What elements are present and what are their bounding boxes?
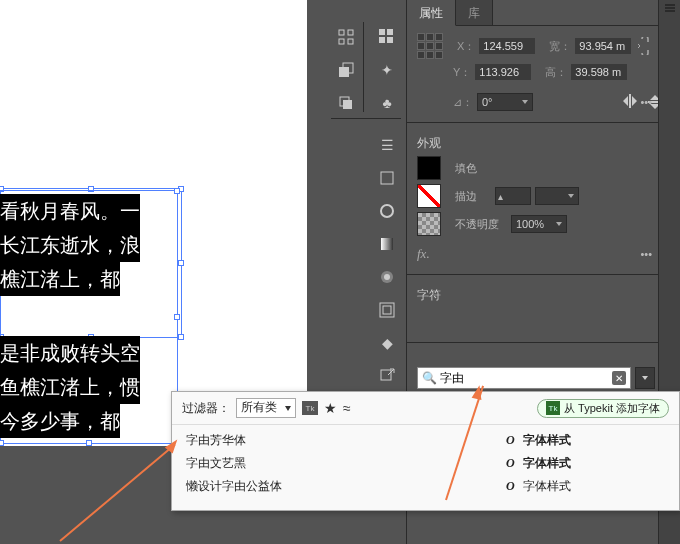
pathfinder-icon[interactable] bbox=[331, 55, 361, 85]
typekit-badge-icon[interactable]: Tk bbox=[302, 401, 318, 415]
reference-point-grid[interactable] bbox=[417, 33, 443, 59]
circle-icon[interactable] bbox=[372, 196, 402, 226]
h-field[interactable] bbox=[571, 64, 627, 80]
add-from-typekit-button[interactable]: Tk 从 Typekit 添加字体 bbox=[537, 399, 669, 418]
typekit-icon: Tk bbox=[546, 401, 560, 415]
character-title: 字符 bbox=[417, 283, 670, 308]
handle-icon[interactable]: ☰ bbox=[372, 130, 402, 160]
text-line[interactable]: 樵江渚上，都 bbox=[0, 262, 120, 296]
opacity-swatch[interactable] bbox=[417, 212, 441, 236]
text-line[interactable]: 长江东逝水，浪 bbox=[0, 228, 140, 262]
svg-rect-12 bbox=[381, 172, 393, 184]
dock-column-left bbox=[331, 22, 361, 121]
stroke-width-stepper[interactable]: ▴ bbox=[495, 187, 531, 205]
font-search-input[interactable] bbox=[440, 371, 612, 385]
flip-horizontal-icon[interactable] bbox=[622, 94, 638, 110]
canvas-area[interactable]: 看秋月春风。一 长江东逝水，浪 樵江渚上，都 是非成败转头空 鱼樵江渚上，惯 今… bbox=[0, 0, 307, 446]
font-style-item[interactable]: O字体样式 bbox=[492, 475, 679, 498]
fill-label: 填色 bbox=[455, 161, 477, 176]
more-options-icon[interactable]: ••• bbox=[640, 96, 652, 108]
filter-label: 过滤器： bbox=[182, 400, 230, 417]
svg-point-16 bbox=[384, 274, 390, 280]
align-icon[interactable] bbox=[331, 22, 361, 52]
annotation-arrow bbox=[59, 444, 175, 542]
svg-rect-11 bbox=[387, 37, 393, 43]
x-label: X： bbox=[457, 39, 475, 54]
y-label: Y： bbox=[453, 65, 471, 80]
favorites-filter-icon[interactable]: ★ bbox=[324, 400, 337, 416]
font-list-item[interactable]: 字由芳华体 bbox=[172, 429, 492, 452]
svg-rect-7 bbox=[343, 100, 352, 109]
angle-field[interactable]: 0° bbox=[477, 93, 533, 111]
text-line[interactable]: 看秋月春风。一 bbox=[0, 194, 140, 228]
artboard-icon2[interactable] bbox=[372, 295, 402, 325]
transform-section: X： 宽： Y： 高： ⊿： 0° ••• bbox=[407, 26, 680, 123]
font-picker-popup: 过滤器： 所有类 Tk ★ ≈ Tk 从 Typekit 添加字体 字由芳华体 … bbox=[171, 391, 680, 511]
h-label: 高： bbox=[545, 65, 567, 80]
text-line[interactable]: 鱼樵江渚上，惯 bbox=[0, 370, 140, 404]
filter-select[interactable]: 所有类 bbox=[236, 398, 296, 418]
stroke-swatch[interactable] bbox=[417, 184, 441, 208]
svg-rect-3 bbox=[348, 39, 353, 44]
stroke-label: 描边 bbox=[455, 189, 477, 204]
export-icon[interactable] bbox=[372, 361, 402, 391]
y-field[interactable] bbox=[475, 64, 531, 80]
svg-rect-8 bbox=[379, 29, 385, 35]
svg-rect-14 bbox=[381, 238, 393, 250]
fill-swatch[interactable] bbox=[417, 156, 441, 180]
opacity-label: 不透明度 bbox=[455, 217, 499, 232]
svg-rect-9 bbox=[387, 29, 393, 35]
transform-icon[interactable] bbox=[331, 88, 361, 118]
dock-column-right: ☰ ◆ bbox=[372, 130, 402, 427]
appearance-section: 外观 填色 描边 ▴ 不透明度 100% fx. ••• bbox=[407, 123, 680, 275]
w-label: 宽： bbox=[549, 39, 571, 54]
grid-icon[interactable] bbox=[372, 22, 402, 52]
font-search-dropdown[interactable] bbox=[635, 367, 655, 389]
font-style-item[interactable]: O字体样式 bbox=[492, 429, 679, 452]
fx-button[interactable]: fx. bbox=[417, 246, 430, 262]
halftone-icon[interactable] bbox=[372, 262, 402, 292]
w-field[interactable] bbox=[575, 38, 631, 54]
opacity-field[interactable]: 100% bbox=[511, 215, 567, 233]
more-options-icon[interactable]: ••• bbox=[640, 248, 652, 260]
svg-rect-10 bbox=[379, 37, 385, 43]
similar-filter-icon[interactable]: ≈ bbox=[343, 400, 351, 416]
link-broken-icon[interactable] bbox=[635, 37, 653, 55]
tab-properties[interactable]: 属性 bbox=[407, 0, 456, 26]
font-list-item[interactable]: 懒设计字由公益体 bbox=[172, 475, 492, 498]
character-section: 字符 bbox=[407, 275, 680, 343]
font-list-item[interactable]: 字由文艺黑 bbox=[172, 452, 492, 475]
font-style-item[interactable]: O字体样式 bbox=[492, 452, 679, 475]
text-line[interactable]: 是非成败转头空 bbox=[0, 336, 140, 370]
dock-column-left-b: ✦ ♣ bbox=[372, 22, 402, 121]
svg-point-13 bbox=[381, 205, 393, 217]
appearance-title: 外观 bbox=[417, 131, 670, 156]
swatch-icon[interactable] bbox=[372, 163, 402, 193]
clear-search-icon[interactable]: ✕ bbox=[612, 371, 626, 385]
font-search-field[interactable]: 🔍 ✕ bbox=[417, 367, 631, 389]
angle-label: ⊿： bbox=[453, 95, 473, 110]
club-icon[interactable]: ♣ bbox=[372, 88, 402, 118]
svg-rect-19 bbox=[381, 370, 391, 380]
svg-rect-4 bbox=[339, 67, 349, 77]
stroke-width-field[interactable] bbox=[535, 187, 579, 205]
layers-icon[interactable]: ◆ bbox=[372, 328, 402, 358]
tab-libraries[interactable]: 库 bbox=[456, 0, 493, 25]
svg-rect-18 bbox=[383, 306, 391, 314]
text-line[interactable]: 今多少事，都 bbox=[0, 404, 120, 438]
gradient-icon[interactable] bbox=[372, 229, 402, 259]
x-field[interactable] bbox=[479, 38, 535, 54]
search-icon: 🔍 bbox=[422, 371, 437, 385]
svg-rect-1 bbox=[348, 30, 353, 35]
wand-icon[interactable]: ✦ bbox=[372, 55, 402, 85]
svg-rect-2 bbox=[339, 39, 344, 44]
svg-rect-21 bbox=[629, 94, 631, 108]
svg-rect-0 bbox=[339, 30, 344, 35]
svg-rect-17 bbox=[380, 303, 394, 317]
